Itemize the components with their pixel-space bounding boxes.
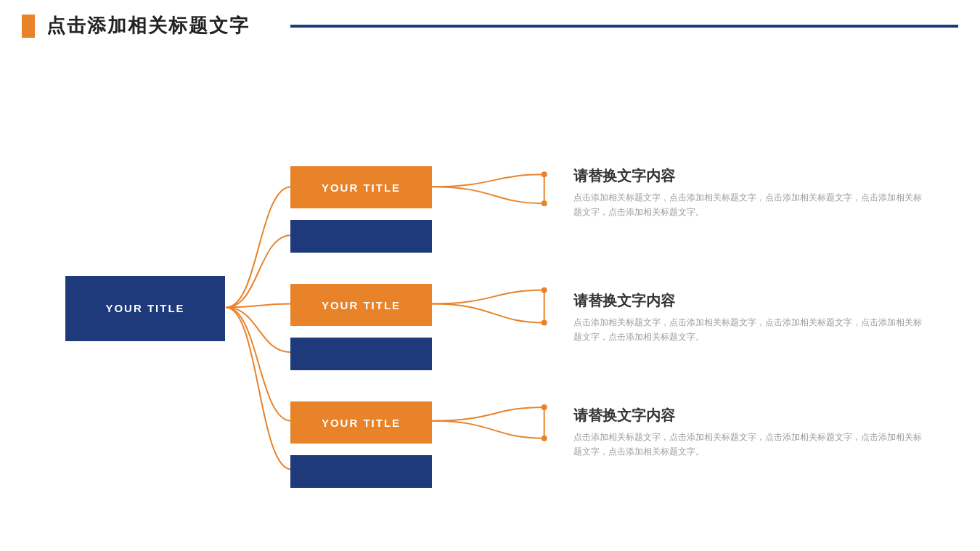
text-block-1-title: 请替换文字内容 [573,166,922,186]
text-block-3: 请替换文字内容 点击添加相关标题文字，点击添加相关标题文字，点击添加相关标题文字… [573,406,922,460]
text-block-2-title: 请替换文字内容 [573,291,922,311]
svg-point-1 [542,171,547,177]
svg-point-5 [542,319,547,325]
text-block-2: 请替换文字内容 点击添加相关标题文字，点击添加相关标题文字，点击添加相关标题文字… [573,291,922,345]
header-decorative-line [290,25,958,28]
text-block-3-title: 请替换文字内容 [573,406,922,425]
text-block-2-body: 点击添加相关标题文字，点击添加相关标题文字，点击添加相关标题文字，点击添加相关标… [573,315,922,345]
svg-point-8 [542,436,547,441]
page-title: 点击添加相关标题文字 [46,13,276,38]
svg-point-2 [542,200,547,206]
branch-3-blue-box[interactable] [290,455,432,488]
branch-2-blue-box[interactable] [290,338,432,370]
branch-3-orange-box[interactable]: YOUR TITLE [290,401,432,444]
text-block-3-body: 点击添加相关标题文字，点击添加相关标题文字，点击添加相关标题文字，点击添加相关标… [573,430,922,460]
svg-point-4 [542,287,547,293]
text-block-1-body: 点击添加相关标题文字，点击添加相关标题文字，点击添加相关标题文字，点击添加相关标… [573,190,922,220]
header-accent-bar [22,15,35,38]
branch-1-orange-box[interactable]: YOUR TITLE [290,166,432,208]
center-box[interactable]: YOUR TITLE [65,276,225,341]
branch-1-orange-label: YOUR TITLE [322,181,401,194]
svg-point-7 [542,404,547,410]
page-header: 点击添加相关标题文字 [0,0,980,52]
branch-1-blue-box[interactable] [290,220,432,253]
center-box-label: YOUR TITLE [105,302,184,314]
branch-3-orange-label: YOUR TITLE [322,417,401,429]
branch-2-orange-label: YOUR TITLE [322,299,401,311]
branch-2-orange-box[interactable]: YOUR TITLE [290,284,432,326]
diagram-area: YOUR TITLE YOUR TITLE YOUR TITLE YOUR TI… [0,59,980,551]
text-block-1: 请替换文字内容 点击添加相关标题文字，点击添加相关标题文字，点击添加相关标题文字… [573,166,922,220]
